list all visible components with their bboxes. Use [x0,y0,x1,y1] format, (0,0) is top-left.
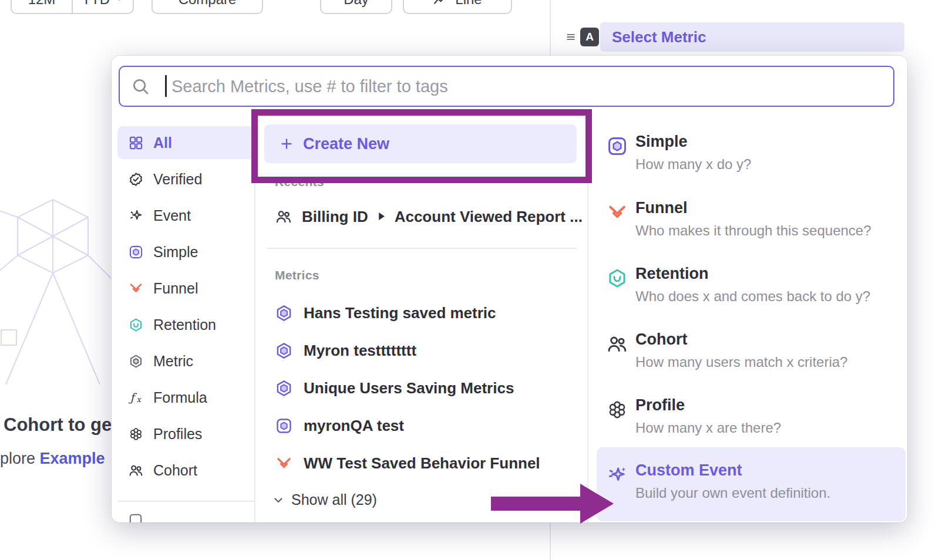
line-chart-icon [433,0,448,7]
profile-icon [606,399,628,421]
metric-list-item[interactable]: Hans Testing saved metric [275,298,496,328]
sidebar-item-label: All [153,134,172,151]
sidebar-item-retention[interactable]: Retention [117,308,254,341]
type-title: Simple [635,133,688,151]
sidebar-item-label: Simple [153,244,198,261]
metric-row-badge[interactable]: A [580,28,599,46]
svg-text:ƒ: ƒ [128,391,137,404]
create-new-label: Create New [303,135,389,153]
metric-name: Myron testttttttt [304,342,416,360]
funnel-icon [275,454,293,473]
day-label: Day [344,0,369,8]
text-cursor [165,75,167,97]
sidebar-item-event[interactable]: Event [117,199,254,232]
plus-icon [280,137,294,151]
column-divider [587,122,588,522]
sidebar-item-funnel[interactable]: Funnel [117,272,254,305]
range-12m-button[interactable]: 12M [12,0,72,13]
metric-name: WW Test Saved Behavior Funnel [304,454,540,473]
recent-item-event: Billing ID [302,208,368,226]
create-new-button[interactable]: Create New [264,124,577,163]
formula-icon: ƒx [128,390,144,406]
metric-name: myronQA test [304,417,404,435]
type-title: Profile [635,396,685,414]
metric-list-item[interactable]: Myron testttttttt [275,336,416,365]
sidebar-item-formula[interactable]: ƒx Formula [117,381,254,414]
sidebar-item-profiles[interactable]: Profiles [117,417,254,450]
cohort-icon [606,333,628,355]
day-interval-button[interactable]: Day [320,0,392,14]
show-all-button[interactable]: Show all (29) [271,491,377,508]
hexagon-metric-icon [275,342,293,360]
app-root: 12M YTD Compare Day Line Cohort to ge pl… [0,0,949,560]
show-all-label: Show all (29) [291,491,377,508]
metrics-header: Metrics [275,268,319,282]
sidebar-item-all[interactable]: All [117,126,254,159]
type-title: Retention [635,265,709,283]
retention-icon [128,317,144,333]
metric-name: Hans Testing saved metric [304,304,496,322]
background-headline: Cohort to ge [4,414,112,436]
type-description: How many x are there? [635,420,781,436]
sidebar-item-label: Funnel [153,280,198,297]
cohort-icon [128,463,144,478]
caret-down-icon [115,0,124,4]
recents-divider [267,248,577,249]
background-explore-line: plore Example [0,450,105,468]
metric-name: Unique Users Saving Metrics [304,379,514,397]
sidebar-item-label: Formula [153,389,207,406]
type-title: Custom Event [635,461,742,480]
search-input[interactable] [120,67,893,106]
select-metric-label: Select Metric [612,28,706,46]
svg-text:x: x [137,396,142,404]
type-description: Build your own event definition. [635,485,830,501]
hexagon-metric-icon [275,304,293,322]
type-funnel[interactable]: Funnel Who makes it through this sequenc… [597,197,906,259]
grid-icon [128,135,144,151]
sidebar-item-label: Event [153,207,191,224]
type-description: How many users match x criteria? [635,354,847,370]
sidebar-item-cohort[interactable]: Cohort [117,454,254,487]
type-custom-event[interactable]: Custom Event Build your own event defini… [597,447,906,521]
type-description: Who makes it through this sequence? [635,222,871,239]
range-ytd-button[interactable]: YTD [73,0,133,13]
drag-handle-icon[interactable] [564,31,577,43]
simple-icon [606,135,628,157]
metric-list-item[interactable]: WW Test Saved Behavior Funnel [275,448,540,478]
simple-icon [128,244,144,260]
metric-list-item[interactable]: Unique Users Saving Metrics [275,373,514,403]
line-chart-type-button[interactable]: Line [403,0,512,14]
people-icon [275,208,292,225]
range-ytd-label: YTD [82,0,110,8]
type-cohort[interactable]: Cohort How many users match x criteria? [597,328,906,390]
sidebar-item-label: Verified [153,171,202,188]
retention-icon [606,267,628,289]
column-divider [254,122,255,522]
type-description: Who does x and comes back to do y? [635,288,870,305]
line-label: Line [455,0,482,8]
type-simple[interactable]: Simple How many x do y? [597,130,906,193]
compare-button[interactable]: Compare [152,0,263,14]
board-metric-icon [275,417,293,435]
sidebar-item-metric[interactable]: Metric [117,345,254,377]
sidebar-item-label: Metric [153,353,193,370]
example-link[interactable]: Example [40,450,105,467]
recent-item[interactable]: Billing ID Account Viewed Report ... [275,203,583,231]
sidebar-item-verified[interactable]: Verified [117,163,254,195]
range-12m-label: 12M [28,0,56,8]
breadcrumb-arrow-icon [378,212,385,221]
type-retention[interactable]: Retention Who does x and comes back to d… [597,262,906,325]
custom-event-icon [606,464,628,486]
hexagon-metric-icon [275,379,293,397]
sidebar-item-label: Profiles [153,426,202,443]
sidebar-item-label: Retention [153,316,216,333]
select-metric-bar[interactable]: Select Metric [600,22,904,52]
background-illustration [0,191,123,384]
sidebar-item-simple[interactable]: Simple [117,235,254,268]
funnel-icon [128,281,144,296]
type-title: Funnel [635,199,688,217]
compare-label: Compare [179,0,237,8]
metric-list-item[interactable]: myronQA test [275,411,404,440]
sidebar-item-partial-icon[interactable] [128,512,143,522]
explore-prefix: plore [0,450,35,467]
